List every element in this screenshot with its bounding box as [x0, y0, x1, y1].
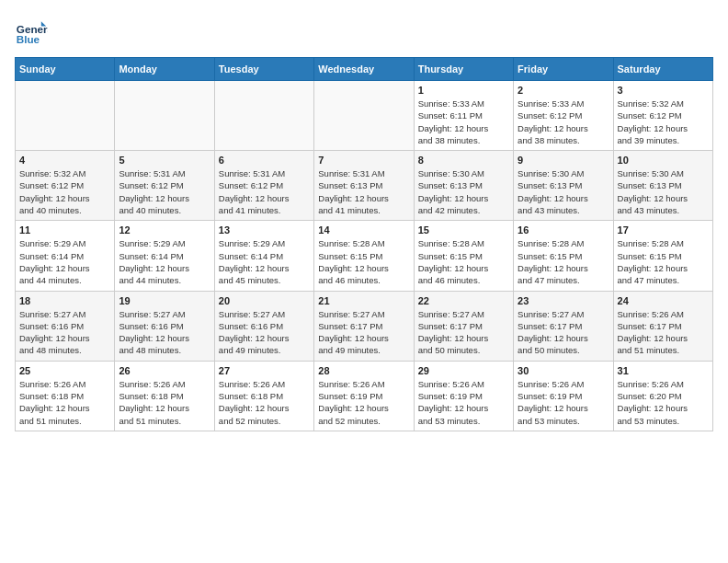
day-info: Sunrise: 5:29 AM Sunset: 6:14 PM Dayligh… — [19, 237, 110, 286]
calendar-week-4: 25Sunrise: 5:26 AM Sunset: 6:18 PM Dayli… — [16, 361, 713, 431]
calendar-cell: 25Sunrise: 5:26 AM Sunset: 6:18 PM Dayli… — [16, 361, 115, 431]
day-number: 16 — [518, 224, 609, 236]
day-number: 1 — [418, 85, 509, 96]
calendar-cell: 29Sunrise: 5:26 AM Sunset: 6:19 PM Dayli… — [414, 361, 513, 431]
day-info: Sunrise: 5:27 AM Sunset: 6:16 PM Dayligh… — [119, 308, 210, 357]
col-header-saturday: Saturday — [613, 58, 712, 81]
day-number: 19 — [119, 295, 210, 306]
day-info: Sunrise: 5:28 AM Sunset: 6:15 PM Dayligh… — [318, 237, 409, 286]
day-info: Sunrise: 5:26 AM Sunset: 6:17 PM Dayligh… — [618, 308, 709, 357]
calendar-cell: 16Sunrise: 5:28 AM Sunset: 6:15 PM Dayli… — [514, 221, 613, 291]
calendar-cell: 7Sunrise: 5:31 AM Sunset: 6:13 PM Daylig… — [314, 151, 414, 221]
day-number: 9 — [518, 155, 609, 166]
day-number: 27 — [219, 365, 310, 376]
calendar-cell: 10Sunrise: 5:30 AM Sunset: 6:13 PM Dayli… — [613, 151, 712, 221]
calendar-cell: 19Sunrise: 5:27 AM Sunset: 6:16 PM Dayli… — [115, 291, 214, 361]
calendar-cell: 21Sunrise: 5:27 AM Sunset: 6:17 PM Dayli… — [314, 291, 414, 361]
day-number: 17 — [618, 224, 709, 236]
day-number: 11 — [19, 224, 110, 236]
calendar-week-1: 4Sunrise: 5:32 AM Sunset: 6:12 PM Daylig… — [16, 151, 713, 221]
day-info: Sunrise: 5:26 AM Sunset: 6:20 PM Dayligh… — [618, 378, 709, 427]
day-info: Sunrise: 5:26 AM Sunset: 6:19 PM Dayligh… — [418, 378, 509, 427]
calendar-cell — [314, 81, 414, 151]
day-number: 30 — [518, 365, 609, 376]
logo-icon: General Blue — [15, 15, 48, 48]
col-header-monday: Monday — [115, 58, 214, 81]
calendar-cell: 24Sunrise: 5:26 AM Sunset: 6:17 PM Dayli… — [613, 291, 712, 361]
calendar-cell: 4Sunrise: 5:32 AM Sunset: 6:12 PM Daylig… — [16, 151, 115, 221]
day-number: 6 — [219, 155, 310, 166]
calendar-cell: 5Sunrise: 5:31 AM Sunset: 6:12 PM Daylig… — [115, 151, 214, 221]
calendar-week-3: 18Sunrise: 5:27 AM Sunset: 6:16 PM Dayli… — [16, 291, 713, 361]
day-number: 18 — [19, 295, 110, 306]
day-number: 21 — [318, 295, 409, 306]
calendar-cell: 14Sunrise: 5:28 AM Sunset: 6:15 PM Dayli… — [314, 221, 414, 291]
day-number: 23 — [518, 295, 609, 306]
day-number: 3 — [618, 85, 709, 96]
calendar-body: 1Sunrise: 5:33 AM Sunset: 6:11 PM Daylig… — [16, 81, 713, 431]
day-info: Sunrise: 5:32 AM Sunset: 6:12 PM Dayligh… — [19, 167, 110, 216]
day-info: Sunrise: 5:27 AM Sunset: 6:17 PM Dayligh… — [318, 308, 409, 357]
day-number: 13 — [219, 224, 310, 236]
col-header-friday: Friday — [514, 58, 613, 81]
day-info: Sunrise: 5:28 AM Sunset: 6:15 PM Dayligh… — [518, 237, 609, 286]
day-info: Sunrise: 5:30 AM Sunset: 6:13 PM Dayligh… — [418, 167, 509, 216]
calendar-cell: 1Sunrise: 5:33 AM Sunset: 6:11 PM Daylig… — [414, 81, 513, 151]
calendar-cell: 30Sunrise: 5:26 AM Sunset: 6:19 PM Dayli… — [514, 361, 613, 431]
calendar-cell: 28Sunrise: 5:26 AM Sunset: 6:19 PM Dayli… — [314, 361, 414, 431]
day-number: 31 — [618, 365, 709, 376]
calendar-cell: 23Sunrise: 5:27 AM Sunset: 6:17 PM Dayli… — [514, 291, 613, 361]
calendar-week-2: 11Sunrise: 5:29 AM Sunset: 6:14 PM Dayli… — [16, 221, 713, 291]
day-info: Sunrise: 5:32 AM Sunset: 6:12 PM Dayligh… — [618, 98, 709, 146]
calendar-cell: 22Sunrise: 5:27 AM Sunset: 6:17 PM Dayli… — [414, 291, 513, 361]
calendar-cell: 27Sunrise: 5:26 AM Sunset: 6:18 PM Dayli… — [214, 361, 313, 431]
day-number: 24 — [618, 295, 709, 306]
day-info: Sunrise: 5:29 AM Sunset: 6:14 PM Dayligh… — [219, 237, 310, 286]
day-info: Sunrise: 5:28 AM Sunset: 6:15 PM Dayligh… — [418, 237, 509, 286]
col-header-sunday: Sunday — [16, 58, 115, 81]
page-header: General Blue — [15, 15, 713, 48]
calendar-week-0: 1Sunrise: 5:33 AM Sunset: 6:11 PM Daylig… — [16, 81, 713, 151]
day-info: Sunrise: 5:27 AM Sunset: 6:16 PM Dayligh… — [19, 308, 110, 357]
calendar-cell: 15Sunrise: 5:28 AM Sunset: 6:15 PM Dayli… — [414, 221, 513, 291]
calendar-cell: 13Sunrise: 5:29 AM Sunset: 6:14 PM Dayli… — [214, 221, 313, 291]
day-number: 10 — [618, 155, 709, 166]
day-number: 20 — [219, 295, 310, 306]
day-info: Sunrise: 5:31 AM Sunset: 6:12 PM Dayligh… — [119, 167, 210, 216]
day-number: 7 — [318, 155, 409, 166]
col-header-wednesday: Wednesday — [314, 58, 414, 81]
calendar-cell: 3Sunrise: 5:32 AM Sunset: 6:12 PM Daylig… — [613, 81, 712, 151]
calendar-cell: 9Sunrise: 5:30 AM Sunset: 6:13 PM Daylig… — [514, 151, 613, 221]
calendar-cell: 11Sunrise: 5:29 AM Sunset: 6:14 PM Dayli… — [16, 221, 115, 291]
calendar-cell: 12Sunrise: 5:29 AM Sunset: 6:14 PM Dayli… — [115, 221, 214, 291]
calendar-cell — [16, 81, 115, 151]
calendar-cell: 17Sunrise: 5:28 AM Sunset: 6:15 PM Dayli… — [613, 221, 712, 291]
col-header-tuesday: Tuesday — [214, 58, 313, 81]
calendar-cell: 31Sunrise: 5:26 AM Sunset: 6:20 PM Dayli… — [613, 361, 712, 431]
day-number: 29 — [418, 365, 509, 376]
day-info: Sunrise: 5:26 AM Sunset: 6:19 PM Dayligh… — [518, 378, 609, 427]
day-info: Sunrise: 5:28 AM Sunset: 6:15 PM Dayligh… — [618, 237, 709, 286]
day-number: 15 — [418, 224, 509, 236]
day-number: 12 — [119, 224, 210, 236]
day-info: Sunrise: 5:27 AM Sunset: 6:16 PM Dayligh… — [219, 308, 310, 357]
day-info: Sunrise: 5:26 AM Sunset: 6:18 PM Dayligh… — [119, 378, 210, 427]
day-info: Sunrise: 5:26 AM Sunset: 6:18 PM Dayligh… — [19, 378, 110, 427]
day-info: Sunrise: 5:26 AM Sunset: 6:18 PM Dayligh… — [219, 378, 310, 427]
calendar-cell — [115, 81, 214, 151]
day-number: 22 — [418, 295, 509, 306]
day-number: 2 — [518, 85, 609, 96]
calendar-cell: 2Sunrise: 5:33 AM Sunset: 6:12 PM Daylig… — [514, 81, 613, 151]
day-info: Sunrise: 5:29 AM Sunset: 6:14 PM Dayligh… — [119, 237, 210, 286]
svg-text:Blue: Blue — [17, 33, 40, 45]
col-header-thursday: Thursday — [414, 58, 513, 81]
day-number: 26 — [119, 365, 210, 376]
day-info: Sunrise: 5:30 AM Sunset: 6:13 PM Dayligh… — [518, 167, 609, 216]
calendar-cell: 8Sunrise: 5:30 AM Sunset: 6:13 PM Daylig… — [414, 151, 513, 221]
day-number: 14 — [318, 224, 409, 236]
day-number: 4 — [19, 155, 110, 166]
day-info: Sunrise: 5:30 AM Sunset: 6:13 PM Dayligh… — [618, 167, 709, 216]
calendar-cell: 26Sunrise: 5:26 AM Sunset: 6:18 PM Dayli… — [115, 361, 214, 431]
day-info: Sunrise: 5:31 AM Sunset: 6:13 PM Dayligh… — [318, 167, 409, 216]
calendar-cell: 6Sunrise: 5:31 AM Sunset: 6:12 PM Daylig… — [214, 151, 313, 221]
